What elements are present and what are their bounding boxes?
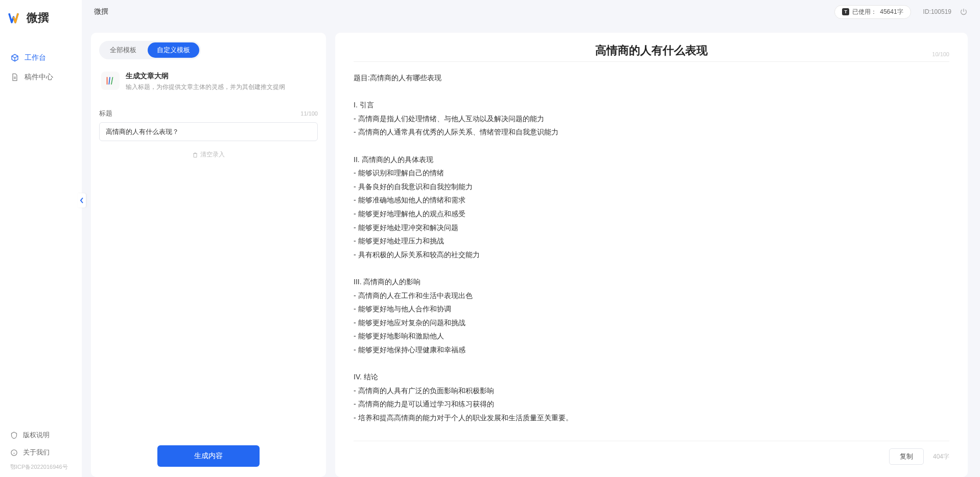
- tab-all-templates[interactable]: 全部模板: [101, 42, 146, 58]
- user-id: ID:100519: [923, 8, 951, 15]
- input-panel: 全部模板 自定义模板 生成文章大纲 输入标题，为你提供文章主体的灵感，并为其创建…: [91, 33, 326, 477]
- text-icon: T: [842, 8, 849, 15]
- sidebar: 微撰 工作台 稿件中心 版权说明: [0, 0, 82, 477]
- trash-icon: [192, 152, 198, 158]
- generate-button[interactable]: 生成内容: [157, 445, 260, 467]
- footer-label: 关于我们: [23, 448, 50, 457]
- nav-label: 工作台: [25, 53, 46, 62]
- app-logo: 微撰: [0, 0, 82, 38]
- copy-button[interactable]: 复制: [889, 448, 924, 465]
- output-char-count: 404字: [933, 452, 949, 461]
- template-description: 输入标题，为你提供文章主体的灵感，并为其创建推文提纲: [126, 83, 285, 92]
- cube-icon: [10, 53, 19, 62]
- output-panel: 高情商的人有什么表现 10/100 题目:高情商的人有哪些表现 I. 引言 - …: [335, 33, 968, 477]
- nav-item-workbench[interactable]: 工作台: [0, 48, 82, 67]
- output-title: 高情商的人有什么表现: [595, 43, 708, 58]
- logo-icon: [8, 11, 22, 25]
- usage-badge[interactable]: T 已使用：45641字: [834, 5, 911, 19]
- template-title: 生成文章大纲: [126, 72, 285, 81]
- template-icon: [101, 72, 120, 90]
- sidebar-collapse-button[interactable]: [78, 193, 86, 208]
- logo-text: 微撰: [27, 10, 49, 26]
- nav: 工作台 稿件中心: [0, 38, 82, 426]
- template-tabs: 全部模板 自定义模板: [99, 41, 201, 59]
- title-input[interactable]: [99, 122, 318, 141]
- page-title: 微撰: [94, 7, 108, 16]
- main: 微撰 T 已使用：45641字 ID:100519 全部模板 自定义模板: [82, 0, 980, 477]
- output-footer: 复制 404字: [354, 441, 949, 465]
- output-title-counter: 10/100: [932, 51, 949, 57]
- shield-icon: [10, 431, 18, 439]
- power-icon[interactable]: [960, 8, 968, 16]
- topbar: 微撰 T 已使用：45641字 ID:100519: [82, 0, 980, 24]
- sidebar-footer: 版权说明 关于我们 鄂ICP备2022016946号: [0, 426, 82, 477]
- usage-prefix: 已使用：: [852, 8, 877, 16]
- nav-label: 稿件中心: [25, 73, 53, 82]
- content: 全部模板 自定义模板 生成文章大纲 输入标题，为你提供文章主体的灵感，并为其创建…: [82, 24, 980, 477]
- title-field-counter: 11/100: [300, 110, 318, 117]
- footer-about[interactable]: 关于我们: [0, 444, 82, 461]
- clear-button[interactable]: 清空录入: [99, 150, 318, 159]
- usage-value: 45641字: [880, 8, 903, 16]
- info-icon: [10, 449, 18, 457]
- document-icon: [10, 73, 19, 82]
- chevron-left-icon: [80, 197, 84, 203]
- nav-item-drafts[interactable]: 稿件中心: [0, 67, 82, 87]
- footer-label: 版权说明: [23, 430, 50, 440]
- template-card: 生成文章大纲 输入标题，为你提供文章主体的灵感，并为其创建推文提纲: [99, 69, 318, 100]
- footer-copyright[interactable]: 版权说明: [0, 426, 82, 444]
- divider: [354, 61, 949, 62]
- output-body[interactable]: 题目:高情商的人有哪些表现 I. 引言 - 高情商是指人们处理情绪、与他人互动以…: [354, 71, 949, 435]
- clear-label: 清空录入: [200, 150, 225, 159]
- title-field-label: 标题: [99, 109, 112, 118]
- icp-label: 鄂ICP备2022016946号: [0, 461, 82, 471]
- tab-custom-templates[interactable]: 自定义模板: [148, 42, 199, 58]
